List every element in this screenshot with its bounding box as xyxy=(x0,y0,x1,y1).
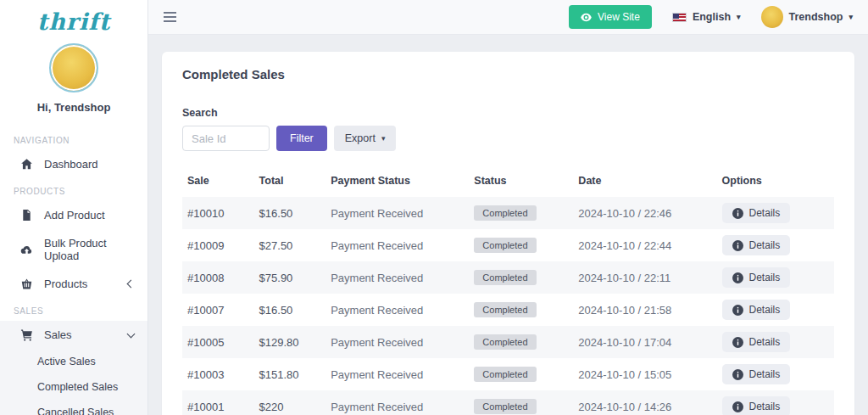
search-input[interactable] xyxy=(182,126,270,151)
us-flag-icon xyxy=(672,13,687,22)
status-badge: Completed xyxy=(474,367,536,382)
user-avatar-small xyxy=(761,6,783,28)
table-row: #10007 $16.50 Payment Received Completed… xyxy=(182,294,834,326)
col-header-payment-status: Payment Status xyxy=(326,170,469,197)
sale-total: $220 xyxy=(254,390,326,415)
eye-icon xyxy=(581,12,592,23)
sale-date: 2024-10-10 / 22:11 xyxy=(573,261,716,294)
sidebar-subitem-cancelled-sales[interactable]: Cancelled Sales xyxy=(0,400,147,415)
payment-status: Payment Received xyxy=(326,358,469,390)
sale-id: #10003 xyxy=(182,358,254,390)
sidebar: thrift Hi, Trendshop NAVIGATION Dashboar… xyxy=(0,0,148,415)
sale-date: 2024-10-10 / 15:05 xyxy=(573,358,716,390)
status-badge: Completed xyxy=(474,302,536,317)
sidebar-item-label: Add Product xyxy=(44,209,105,222)
col-header-options: Options xyxy=(717,170,834,197)
sale-total: $16.50 xyxy=(254,294,326,326)
details-button[interactable]: Details xyxy=(722,364,791,384)
sidebar-item-label: Products xyxy=(44,278,87,290)
status-badge: Completed xyxy=(474,334,536,350)
details-label: Details xyxy=(749,401,781,412)
sidebar-item-label: Bulk Product Upload xyxy=(44,237,134,262)
cart-icon xyxy=(20,328,33,341)
filter-button[interactable]: Filter xyxy=(276,126,327,151)
user-avatar-large xyxy=(49,43,98,93)
cloud-upload-icon xyxy=(20,244,33,256)
details-label: Details xyxy=(749,239,781,251)
col-header-date: Date xyxy=(573,170,716,197)
export-label: Export xyxy=(345,132,376,144)
sale-date: 2024-10-10 / 17:04 xyxy=(573,326,716,358)
payment-status: Payment Received xyxy=(326,326,469,358)
sale-id: #10005 xyxy=(182,326,254,358)
export-button[interactable]: Export ▾ xyxy=(334,126,397,151)
user-menu-label: Trendshop xyxy=(789,11,843,23)
status-badge: Completed xyxy=(474,399,536,414)
info-icon xyxy=(732,272,743,283)
details-button[interactable]: Details xyxy=(722,267,791,288)
table-row: #10001 $220 Payment Received Completed 2… xyxy=(182,390,834,415)
info-icon xyxy=(732,240,743,251)
col-header-total: Total xyxy=(254,170,326,197)
payment-status: Payment Received xyxy=(326,294,469,326)
page-title: Completed Sales xyxy=(182,67,834,81)
sidebar-item-products[interactable]: Products xyxy=(0,270,147,298)
sale-date: 2024-10-10 / 14:26 xyxy=(573,390,716,415)
sale-id: #10001 xyxy=(182,390,254,415)
sale-total: $16.50 xyxy=(254,197,326,229)
sidebar-item-add-product[interactable]: Add Product xyxy=(0,201,147,229)
search-row: Filter Export ▾ xyxy=(182,126,834,151)
sidebar-item-dashboard[interactable]: Dashboard xyxy=(0,150,147,178)
user-menu-dropdown[interactable]: Trendshop ▾ xyxy=(761,6,853,28)
content-column: View Site English ▾ Trendshop ▾ Complete… xyxy=(148,0,868,415)
sale-id: #10007 xyxy=(182,294,254,326)
language-dropdown[interactable]: English ▾ xyxy=(672,11,741,23)
nav-section-navigation: NAVIGATION xyxy=(0,127,147,150)
details-label: Details xyxy=(749,304,781,316)
sale-total: $129.80 xyxy=(254,326,326,358)
col-header-status: Status xyxy=(469,170,573,197)
search-label: Search xyxy=(182,107,834,119)
menu-toggle-icon[interactable] xyxy=(164,12,176,22)
caret-down-icon: ▾ xyxy=(737,14,741,21)
table-row: #10010 $16.50 Payment Received Completed… xyxy=(182,197,834,229)
details-button[interactable]: Details xyxy=(722,203,791,223)
view-site-label: View Site xyxy=(598,11,640,23)
user-greeting: Hi, Trendshop xyxy=(0,101,147,114)
sale-date: 2024-10-10 / 22:44 xyxy=(573,229,716,261)
details-button[interactable]: Details xyxy=(722,235,791,255)
brand-logo[interactable]: thrift xyxy=(0,0,147,36)
status-badge: Completed xyxy=(474,205,536,221)
payment-status: Payment Received xyxy=(326,229,469,261)
sale-total: $75.90 xyxy=(254,261,326,294)
table-row: #10005 $129.80 Payment Received Complete… xyxy=(182,326,834,358)
sidebar-subitem-active-sales[interactable]: Active Sales xyxy=(0,349,147,374)
sale-id: #10010 xyxy=(182,197,254,229)
sales-table: Sale Total Payment Status Status Date Op… xyxy=(182,170,834,415)
nav-section-sales: SALES xyxy=(0,298,147,321)
table-header-row: Sale Total Payment Status Status Date Op… xyxy=(182,170,834,197)
details-button[interactable]: Details xyxy=(722,332,791,352)
status-badge: Completed xyxy=(474,238,536,253)
sidebar-item-sales[interactable]: Sales xyxy=(0,321,147,349)
info-icon xyxy=(732,369,743,380)
sale-date: 2024-10-10 / 22:46 xyxy=(573,197,716,229)
sale-total: $151.80 xyxy=(254,358,326,390)
details-button[interactable]: Details xyxy=(722,300,791,320)
payment-status: Payment Received xyxy=(326,390,469,415)
sidebar-subitem-completed-sales[interactable]: Completed Sales xyxy=(0,374,147,400)
sidebar-item-label: Dashboard xyxy=(44,158,98,171)
basket-icon xyxy=(20,278,33,290)
chevron-left-icon xyxy=(127,280,136,289)
details-button[interactable]: Details xyxy=(722,396,791,415)
topbar: View Site English ▾ Trendshop ▾ xyxy=(148,0,868,35)
status-badge: Completed xyxy=(474,270,536,285)
col-header-sale: Sale xyxy=(182,170,254,197)
view-site-button[interactable]: View Site xyxy=(569,5,652,29)
sidebar-item-bulk-product-upload[interactable]: Bulk Product Upload xyxy=(0,229,147,270)
details-label: Details xyxy=(749,207,781,219)
details-label: Details xyxy=(749,272,781,283)
info-icon xyxy=(732,305,743,316)
payment-status: Payment Received xyxy=(326,261,469,294)
completed-sales-card: Completed Sales Search Filter Export ▾ S… xyxy=(162,52,854,415)
